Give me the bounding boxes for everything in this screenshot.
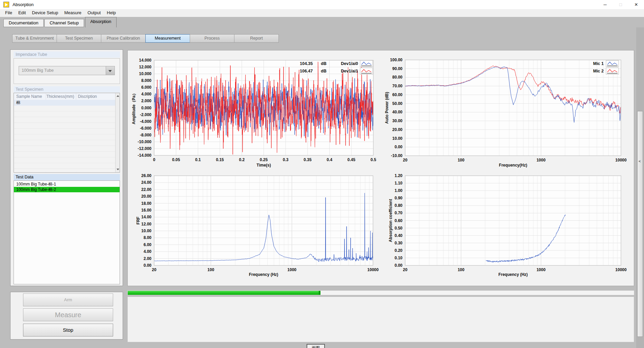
tab-phase-calibration[interactable]: Phase Calibration [101, 34, 146, 43]
scroll-down-icon[interactable] [117, 169, 119, 170]
test-data-item-2[interactable]: 100mm Big Tube-棉-2 [14, 187, 120, 192]
tab-process[interactable]: Process [190, 34, 234, 43]
titlebar: Absorption ─ □ ✕ [0, 0, 644, 9]
maximize-button[interactable]: □ [613, 0, 628, 9]
specimen-empty-row [14, 163, 115, 169]
stop-button[interactable]: Stop [23, 324, 113, 336]
tab-absorption[interactable]: Absorption [85, 17, 117, 27]
specimen-empty-row [14, 123, 115, 129]
specimen-empty-row [14, 169, 115, 172]
menubar: File Edit Device Setup Measure Output He… [0, 9, 644, 16]
specimen-empty-row [14, 117, 115, 123]
impedance-tube-header: Impendace Tube [14, 51, 120, 58]
arm-button: Arm [23, 293, 113, 306]
column-sample-name: Sample Name [16, 94, 42, 99]
bottom-panel [127, 297, 634, 342]
menu-device-setup[interactable]: Device Setup [29, 10, 61, 15]
specimen-empty-row [14, 134, 115, 140]
menu-help[interactable]: Help [104, 10, 119, 15]
measure-button: Measure [23, 308, 113, 321]
test-data-item-1[interactable]: 100mm Big Tube-棉-1 [14, 181, 120, 187]
scroll-up-icon[interactable] [117, 95, 119, 97]
test-data-list [14, 180, 120, 284]
panel-collapse-handle[interactable]: < [637, 111, 643, 337]
specimen-row-cotton[interactable]: 棉 [14, 100, 115, 106]
charts-panel [127, 50, 634, 286]
test-specimen-header: Test Specimen [14, 86, 120, 92]
impedance-tube-value: 100mm Big Tube [22, 68, 54, 73]
tab-tube-environment[interactable]: Tube & Environment [12, 34, 57, 43]
menu-file[interactable]: File [2, 10, 15, 15]
impedance-tube-select[interactable]: 100mm Big Tube [19, 66, 115, 75]
window-title: Absorption [13, 2, 34, 7]
specimen-empty-row [14, 146, 115, 152]
run-arrow-icon [5, 3, 8, 6]
window-controls: ─ □ ✕ [597, 0, 644, 9]
progress-bar [127, 290, 634, 295]
progress-fill [128, 291, 320, 295]
tab-report[interactable]: Report [234, 34, 279, 43]
close-button[interactable]: ✕ [628, 0, 644, 9]
specimen-empty-row [14, 106, 115, 111]
tab-documentation[interactable]: Documentation [3, 19, 44, 27]
tab-test-specimen[interactable]: Test Specimen [57, 34, 101, 43]
paint-tab-partial[interactable]: 画图 [307, 344, 325, 348]
minimize-button[interactable]: ─ [597, 0, 613, 9]
app-icon [3, 2, 9, 7]
specimen-empty-row [14, 157, 115, 163]
specimen-empty-row [14, 152, 115, 157]
chevron-down-icon[interactable] [106, 66, 115, 75]
column-discription: Discription [78, 94, 97, 99]
column-thickness: Thickness(mm) [46, 94, 74, 99]
tab-channel-setup[interactable]: Channel Setup [44, 19, 84, 27]
menu-output[interactable]: Output [84, 10, 104, 15]
chevron-left-icon: < [639, 159, 641, 163]
tab-measurement[interactable]: Measurement [145, 34, 190, 43]
specimen-empty-row [14, 140, 115, 146]
specimen-table-scrollbar[interactable] [115, 93, 120, 172]
specimen-empty-row [14, 111, 115, 117]
specimen-empty-row [14, 129, 115, 134]
specimen-empty-rows [14, 106, 115, 172]
menu-edit[interactable]: Edit [15, 10, 29, 15]
menu-measure[interactable]: Measure [61, 10, 85, 15]
test-data-header: Test Data [14, 174, 120, 180]
